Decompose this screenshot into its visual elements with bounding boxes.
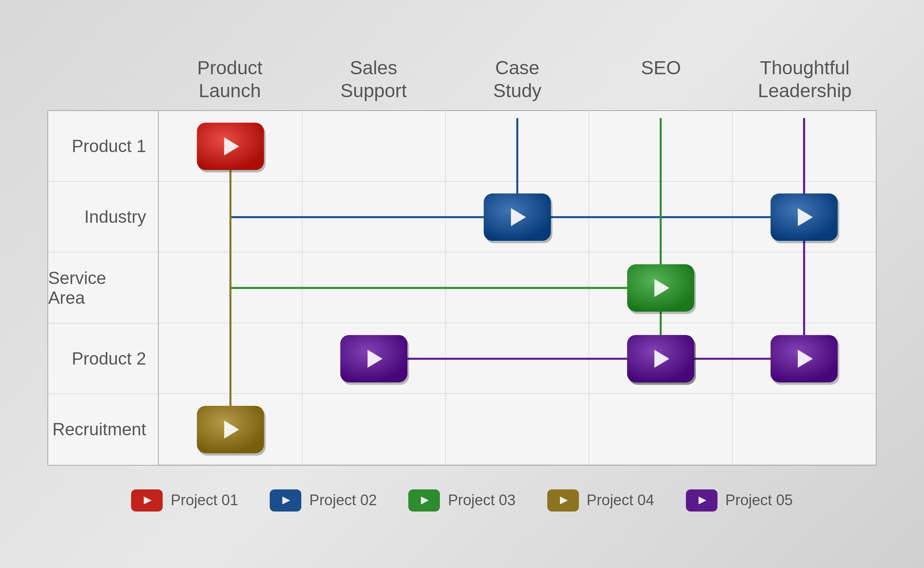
legend-icon-project04: [547, 489, 579, 512]
legend-item-project02: Project 02: [270, 489, 377, 512]
legend-label-project05: Project 05: [725, 492, 793, 509]
svg-marker-41: [144, 497, 152, 504]
row-label-recruitment: Recruitment: [48, 394, 158, 465]
row-label-service-area: Service Area: [48, 252, 158, 323]
col-header-thoughtful-leadership: ThoughtfulLeadership: [733, 56, 877, 110]
grid-content: [159, 111, 876, 465]
play-icon: [695, 493, 709, 508]
col-header-case-study: CaseStudy: [445, 56, 589, 110]
legend-label-project03: Project 03: [448, 492, 515, 509]
play-icon: [556, 493, 570, 508]
svg-marker-43: [421, 497, 429, 504]
chart-container: ProductLaunch SalesSupport CaseStudy SEO…: [47, 56, 877, 511]
label-spacer: [47, 56, 158, 110]
chart-svg: [159, 111, 876, 465]
col-header-sales-support: SalesSupport: [302, 56, 445, 110]
row-label-product2: Product 2: [48, 323, 158, 394]
row-labels: Product 1 Industry Service Area Product …: [48, 111, 159, 465]
grid-area: Product 1 Industry Service Area Product …: [47, 110, 877, 466]
legend-icon-project03: [408, 489, 440, 512]
col-header-seo: SEO: [589, 56, 733, 110]
legend-item-project04: Project 04: [547, 489, 654, 512]
col-header-product-launch: ProductLaunch: [158, 56, 302, 110]
play-icon: [278, 493, 293, 508]
legend-label-project01: Project 01: [171, 492, 238, 509]
legend-icon-project01: [131, 489, 163, 512]
legend-icon-project05: [686, 489, 717, 512]
legend-icon-project02: [270, 489, 301, 512]
svg-marker-45: [699, 497, 706, 504]
header-row: ProductLaunch SalesSupport CaseStudy SEO…: [47, 56, 877, 110]
row-label-industry: Industry: [48, 182, 158, 252]
row-label-product1: Product 1: [48, 111, 158, 182]
legend-item-project01: Project 01: [131, 489, 238, 512]
svg-marker-42: [282, 497, 290, 504]
column-headers: ProductLaunch SalesSupport CaseStudy SEO…: [158, 56, 877, 110]
legend-item-project03: Project 03: [408, 489, 515, 512]
legend-label-project02: Project 02: [309, 492, 377, 509]
legend-item-project05: Project 05: [686, 489, 793, 512]
play-icon: [417, 493, 431, 508]
legend: Project 01 Project 02 Project 03 Proje: [131, 489, 793, 512]
legend-label-project04: Project 04: [587, 492, 654, 509]
svg-marker-44: [560, 497, 568, 504]
play-icon: [140, 493, 154, 508]
